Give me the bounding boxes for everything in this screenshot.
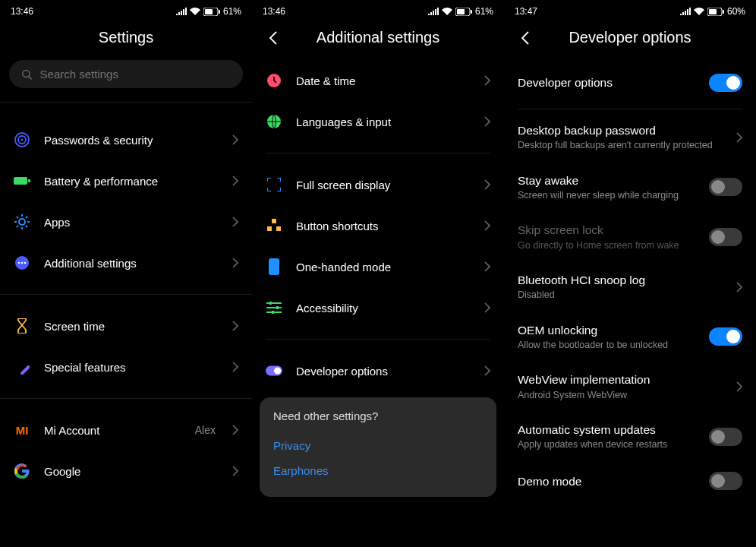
status-bar: 13:46 61%	[0, 0, 252, 18]
svg-rect-17	[457, 9, 465, 14]
toggle-switch[interactable]	[709, 178, 742, 196]
toggle-switch[interactable]	[709, 327, 742, 346]
chevron-right-icon	[484, 220, 490, 231]
svg-point-7	[21, 139, 24, 141]
row-subtitle: Allow the bootloader to be unlocked	[518, 339, 700, 351]
chevron-right-icon	[736, 132, 742, 143]
row-accessibility[interactable]: Accessibility	[252, 287, 504, 328]
row-dev-options-toggle[interactable]: Developer options	[504, 60, 756, 106]
row-label: Languages & input	[296, 115, 471, 128]
chevron-right-icon	[232, 258, 238, 268]
link-privacy[interactable]: Privacy	[273, 433, 483, 458]
search-field[interactable]	[40, 68, 231, 81]
row-google[interactable]: Google	[0, 451, 252, 492]
row-title: Skip screen lock	[518, 223, 700, 237]
svg-rect-21	[272, 219, 276, 223]
settings-pane: 13:46 61% Settings Passwords & security …	[0, 0, 252, 547]
row-passwords-security[interactable]: Passwords & security	[0, 119, 252, 160]
row-one-handed-mode[interactable]: One-handed mode	[252, 246, 504, 287]
wifi-icon	[190, 8, 200, 15]
search-input[interactable]	[9, 60, 243, 88]
row-title: Developer options	[518, 75, 700, 90]
status-right: 61%	[428, 6, 493, 17]
row-label: Additional settings	[44, 257, 219, 270]
back-button[interactable]	[516, 29, 534, 47]
chevron-right-icon	[484, 261, 490, 272]
row-apps[interactable]: Apps	[0, 201, 252, 242]
chevron-right-icon	[736, 282, 742, 292]
row-battery-performance[interactable]: Battery & performance	[0, 160, 252, 201]
row-title: Demo mode	[518, 474, 700, 489]
svg-rect-29	[276, 306, 279, 309]
page-title: Settings	[99, 29, 153, 46]
chevron-right-icon	[484, 116, 490, 127]
dev-toggle-icon	[266, 365, 282, 376]
svg-point-12	[18, 262, 20, 264]
signal-icon	[176, 8, 187, 15]
row-developer-options[interactable]: Developer options	[252, 350, 504, 391]
toggle-switch[interactable]	[709, 472, 742, 490]
svg-point-32	[274, 367, 281, 374]
sliders-icon	[266, 302, 282, 314]
page-title: Additional settings	[317, 29, 439, 46]
row-screen-time[interactable]: Screen time	[0, 305, 252, 346]
status-bar: 13:47 60%	[504, 0, 756, 18]
battery-percent: 61%	[223, 6, 241, 17]
divider	[0, 102, 252, 103]
row-desktop-backup-password[interactable]: Desktop backup password Desktop full bac…	[504, 112, 756, 163]
chevron-right-icon	[232, 362, 238, 372]
row-additional-settings[interactable]: Additional settings	[0, 242, 252, 283]
toggle-switch[interactable]	[709, 428, 742, 446]
row-fullscreen-display[interactable]: Full screen display	[252, 164, 504, 205]
page-header: Developer options	[504, 18, 756, 60]
gear-icon	[14, 214, 30, 229]
row-oem-unlocking[interactable]: OEM unlocking Allow the bootloader to be…	[504, 312, 756, 362]
row-demo-mode[interactable]: Demo mode	[504, 461, 756, 501]
status-time: 13:46	[11, 6, 33, 17]
row-automatic-system-updates[interactable]: Automatic system updates Apply updates w…	[504, 412, 756, 462]
row-label: Mi Account	[44, 424, 181, 437]
row-bluetooth-hci[interactable]: Bluetooth HCI snoop log Disabled	[504, 262, 756, 312]
search-container	[0, 60, 252, 99]
chevron-right-icon	[232, 466, 238, 476]
toggle-switch	[709, 228, 742, 246]
developer-options-pane: 13:47 60% Developer options Developer op…	[504, 0, 756, 547]
divider	[518, 109, 742, 109]
row-subtitle: Desktop full backups aren't currently pr…	[518, 139, 727, 151]
battery-icon	[707, 8, 724, 16]
row-mi-account[interactable]: MI Mi Account Alex	[0, 409, 252, 451]
chevron-left-icon	[269, 31, 277, 45]
chevron-right-icon	[484, 179, 490, 190]
svg-rect-24	[269, 258, 279, 275]
svg-point-3	[23, 70, 30, 77]
battery-icon	[455, 8, 472, 16]
row-label: Date & time	[296, 74, 471, 87]
globe-icon	[266, 114, 282, 129]
row-label: Accessibility	[296, 302, 471, 315]
row-label: Passwords & security	[44, 134, 219, 147]
svg-rect-8	[14, 177, 27, 185]
status-right: 60%	[680, 6, 745, 17]
svg-point-14	[24, 262, 27, 264]
clock-icon	[266, 73, 282, 88]
link-earphones[interactable]: Earphones	[273, 458, 483, 483]
battery-icon	[203, 8, 220, 16]
row-label: Apps	[44, 216, 219, 229]
divider	[0, 398, 252, 399]
row-languages-input[interactable]: Languages & input	[252, 101, 504, 142]
battery-perf-icon	[14, 175, 30, 186]
status-time: 13:47	[515, 6, 537, 17]
svg-rect-1	[205, 9, 213, 14]
row-label: Developer options	[296, 365, 471, 378]
chevron-right-icon	[484, 75, 490, 86]
row-special-features[interactable]: Special features	[0, 346, 252, 387]
status-time: 13:46	[263, 6, 285, 17]
row-label: Screen time	[44, 320, 219, 333]
row-webview-implementation[interactable]: WebView implementation Android System We…	[504, 362, 756, 412]
card-question: Need other settings?	[273, 409, 483, 422]
row-button-shortcuts[interactable]: Button shortcuts	[252, 205, 504, 246]
row-date-time[interactable]: Date & time	[252, 60, 504, 101]
back-button[interactable]	[264, 29, 282, 47]
row-stay-awake[interactable]: Stay awake Screen will never sleep while…	[504, 163, 756, 213]
toggle-switch[interactable]	[709, 74, 742, 92]
